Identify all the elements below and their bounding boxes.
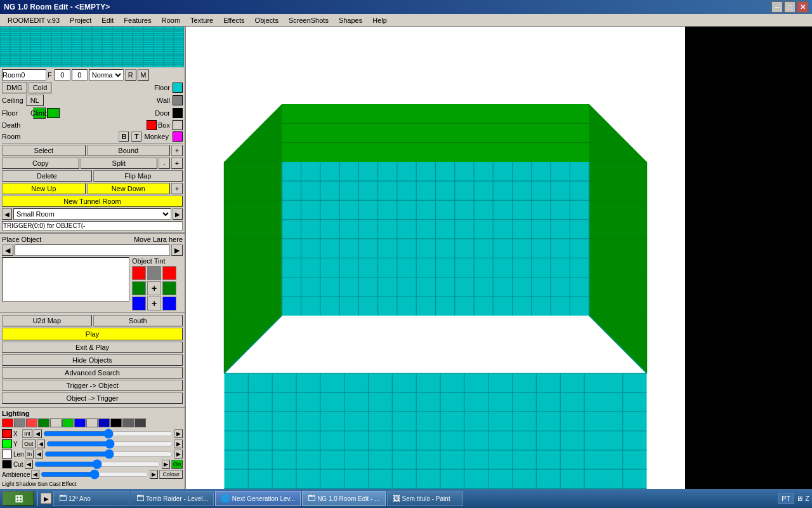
u2d-map-button[interactable]: U2d Map <box>2 315 92 326</box>
second-value-input[interactable] <box>72 69 88 81</box>
palette-bright-green[interactable] <box>62 418 74 427</box>
f-value-input[interactable] <box>55 69 70 81</box>
grid-cell[interactable] <box>122 65 133 67</box>
menu-roomedit[interactable]: ROOMEDIT v.93 <box>3 14 65 27</box>
light-y-out[interactable]: Out <box>22 439 36 448</box>
tint-plus-1[interactable]: + <box>147 281 161 295</box>
cast-tab[interactable]: Cast <box>49 481 61 487</box>
grid-cell[interactable] <box>143 65 154 67</box>
mode-select[interactable]: Normal <box>89 69 124 81</box>
grid-cell[interactable] <box>133 65 143 67</box>
dmg-button[interactable]: DMG <box>2 82 27 93</box>
tint-cell-6[interactable] <box>162 281 176 295</box>
grid-cell[interactable] <box>174 65 184 67</box>
grid-cell[interactable] <box>62 65 72 67</box>
light-x-int[interactable]: Int <box>22 429 32 438</box>
light-cut-slider[interactable] <box>34 460 160 468</box>
grid-view[interactable] <box>0 27 184 67</box>
palette-gray[interactable] <box>14 418 25 427</box>
light-x-slider[interactable] <box>43 430 173 438</box>
light-y-left[interactable]: ◀ <box>37 439 45 448</box>
grid-cell[interactable] <box>92 65 102 67</box>
taskbar-btn-paint[interactable]: 🖼 Sem titulo - Paint <box>387 491 463 506</box>
palette-dark-blue[interactable] <box>98 418 110 427</box>
effect-tab[interactable]: Effect <box>62 481 77 487</box>
bound-button[interactable]: Bound <box>87 145 171 156</box>
advanced-search-button[interactable]: Advanced Search <box>2 367 183 378</box>
sun-tab[interactable]: Sun <box>37 481 48 487</box>
palette-silver[interactable] <box>86 418 98 427</box>
tint-cell-9[interactable] <box>162 297 176 311</box>
split-button[interactable]: Split <box>81 157 158 169</box>
new-tunnel-room-button[interactable]: New Tunnel Room <box>2 196 183 207</box>
grid-cell[interactable] <box>112 65 122 67</box>
close-button[interactable]: ✕ <box>797 1 808 13</box>
palette-red[interactable] <box>2 418 13 427</box>
ambience-right[interactable]: ▶ <box>150 470 158 479</box>
grid-cell[interactable] <box>41 65 51 67</box>
light-len-slider[interactable] <box>44 450 173 458</box>
tint-cell-4[interactable] <box>132 281 146 295</box>
tint-cell-2[interactable] <box>147 266 161 280</box>
tint-cell-1[interactable] <box>132 266 146 280</box>
grid-cell[interactable] <box>20 65 30 67</box>
taskbar-btn-12ano[interactable]: 🗔 12º Ano <box>53 491 129 506</box>
tint-cell-3[interactable] <box>162 266 176 280</box>
light-cut-left[interactable]: ◀ <box>25 460 33 469</box>
south-button[interactable]: South <box>93 315 183 326</box>
menu-effects[interactable]: Effects <box>218 14 249 27</box>
light-x-right[interactable]: ▶ <box>174 429 183 438</box>
palette-green[interactable] <box>38 418 49 427</box>
taskbar-btn-next-gen[interactable]: 🌐 Next Generation Lev... <box>215 491 301 506</box>
taskbar-btn-tomb-raider[interactable]: 🗔 Tomb Raider - Level... <box>131 491 214 506</box>
light-on-button[interactable]: On <box>171 460 183 469</box>
grid-cell[interactable] <box>0 65 10 67</box>
object-list[interactable] <box>2 257 129 302</box>
cold-button[interactable]: Cold <box>29 82 52 93</box>
menu-texture[interactable]: Texture <box>185 14 218 27</box>
palette-black[interactable] <box>110 418 122 427</box>
room-name-input[interactable] <box>2 69 46 81</box>
climb-button[interactable]: Climb <box>33 107 46 119</box>
light-len-left[interactable]: ◀ <box>35 450 43 458</box>
viewport-3d[interactable] <box>186 27 685 508</box>
palette-gray2[interactable] <box>50 418 62 427</box>
b-button[interactable]: B <box>119 131 129 142</box>
menu-shapes[interactable]: Shapes <box>334 14 367 27</box>
grid-cell[interactable] <box>51 65 62 67</box>
nl-button[interactable]: NL <box>26 95 44 106</box>
delete-button[interactable]: Delete <box>2 170 92 182</box>
colour-button[interactable]: Colour <box>159 470 183 479</box>
light-x-left[interactable]: ◀ <box>34 429 42 438</box>
ambience-slider[interactable] <box>41 471 148 478</box>
menu-room[interactable]: Room <box>157 14 185 27</box>
plus2-button[interactable]: + <box>171 157 183 169</box>
minimize-button[interactable]: ─ <box>771 1 783 13</box>
hide-objects-button[interactable]: Hide Objects <box>2 354 183 366</box>
taskbar-btn-ng-room-edit[interactable]: 🗔 NG 1.0 Room Edit - ... <box>302 491 385 506</box>
room-dropdown[interactable]: Small Room <box>13 208 171 220</box>
ambience-left[interactable]: ◀ <box>31 470 39 479</box>
obj-search-next[interactable]: ▶ <box>171 244 183 256</box>
shadow-tab[interactable]: Shadow <box>16 481 37 487</box>
palette-dark-gray[interactable] <box>122 418 134 427</box>
menu-objects[interactable]: Objects <box>250 14 284 27</box>
menu-help[interactable]: Help <box>367 14 392 27</box>
light-y-right[interactable]: ▶ <box>174 439 183 448</box>
new-down-button[interactable]: New Down <box>87 183 171 194</box>
palette-light-red[interactable] <box>26 418 37 427</box>
object-search-input[interactable] <box>15 244 170 256</box>
play-button[interactable]: Play <box>2 328 183 340</box>
grid-cell[interactable] <box>164 65 174 67</box>
light-y-slider[interactable] <box>46 440 173 448</box>
menu-screenshots[interactable]: ScreenShots <box>284 14 334 27</box>
obj-search-prev[interactable]: ◀ <box>2 244 13 256</box>
object-trigger-button[interactable]: Object -> Trigger <box>2 392 183 404</box>
light-cut-right[interactable]: ▶ <box>162 460 170 469</box>
grid-cell[interactable] <box>154 65 164 67</box>
tint-plus-2[interactable]: + <box>147 297 161 311</box>
grid-cell[interactable] <box>30 65 41 67</box>
light-len-in[interactable]: In <box>25 450 34 458</box>
trigger-object-button[interactable]: Trigger -> Object <box>2 380 183 391</box>
exit-play-button[interactable]: Exit & Play <box>2 342 183 353</box>
